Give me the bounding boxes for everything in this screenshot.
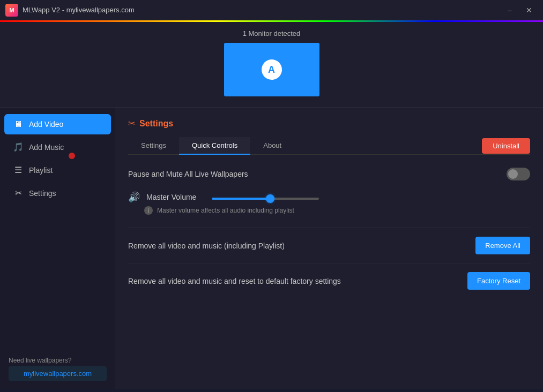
title-bar-controls: – ✕ bbox=[501, 3, 538, 18]
app-title: MLWapp V2 - mylivewallpapers.com bbox=[23, 6, 135, 14]
sidebar-item-add-music-label: Add Music bbox=[29, 143, 64, 152]
main-layout: 🖥 Add Video 🎵 Add Music ☰ Playlist ✂ Set… bbox=[0, 108, 543, 389]
volume-icon: 🔊 bbox=[128, 191, 140, 203]
tabs-row: Settings Quick Controls About Uninstall bbox=[128, 137, 530, 155]
tab-settings[interactable]: Settings bbox=[128, 137, 179, 155]
sidebar: 🖥 Add Video 🎵 Add Music ☰ Playlist ✂ Set… bbox=[0, 108, 115, 389]
title-bar: M MLWapp V2 - mylivewallpapers.com – ✕ bbox=[0, 0, 543, 20]
sidebar-item-settings-label: Settings bbox=[29, 189, 56, 198]
remove-all-row: Remove all video and music (including Pl… bbox=[128, 228, 530, 263]
title-bar-left: M MLWapp V2 - mylivewallpapers.com bbox=[5, 4, 135, 17]
monitor-label: 1 Monitor detected bbox=[243, 29, 301, 37]
sidebar-item-add-video-label: Add Video bbox=[29, 120, 63, 129]
sidebar-bottom-text: Need live wallpapers? bbox=[9, 357, 107, 364]
pause-mute-toggle[interactable] bbox=[507, 168, 530, 180]
volume-row: 🔊 Master Volume bbox=[128, 191, 530, 203]
pause-mute-label: Pause and Mute All Live Wallpapers bbox=[128, 170, 248, 178]
playlist-icon: ☰ bbox=[13, 165, 24, 175]
monitor-section: 1 Monitor detected A bbox=[0, 22, 543, 108]
content-header: ✂ Settings bbox=[128, 118, 530, 129]
volume-hint-text: Master volume affects all audio includin… bbox=[157, 207, 294, 214]
sidebar-link[interactable]: mylivewallpapers.com bbox=[9, 366, 107, 381]
factory-reset-button[interactable]: Factory Reset bbox=[467, 272, 530, 290]
tab-quick-controls[interactable]: Quick Controls bbox=[179, 137, 250, 155]
monitor-icon: 🖥 bbox=[13, 119, 24, 129]
volume-slider[interactable] bbox=[212, 198, 319, 200]
pause-mute-row: Pause and Mute All Live Wallpapers bbox=[128, 168, 530, 180]
monitor-display: A bbox=[224, 43, 319, 96]
info-icon: i bbox=[144, 206, 153, 215]
sidebar-item-playlist-label: Playlist bbox=[29, 166, 53, 175]
sidebar-item-add-video[interactable]: 🖥 Add Video bbox=[4, 114, 111, 134]
content-title: Settings bbox=[139, 119, 173, 129]
volume-label: Master Volume bbox=[146, 193, 205, 201]
close-button[interactable]: ✕ bbox=[520, 3, 538, 18]
monitor-letter: A bbox=[262, 59, 282, 80]
sidebar-item-playlist[interactable]: ☰ Playlist bbox=[4, 160, 111, 180]
sidebar-bottom: Need live wallpapers? mylivewallpapers.c… bbox=[0, 348, 115, 389]
settings-sidebar-icon: ✂ bbox=[13, 188, 24, 198]
factory-reset-row: Remove all video and music and reset to … bbox=[128, 263, 530, 298]
volume-slider-container bbox=[212, 192, 319, 202]
sidebar-item-add-music[interactable]: 🎵 Add Music bbox=[4, 137, 111, 157]
factory-reset-label: Remove all video and music and reset to … bbox=[128, 277, 341, 285]
minimize-button[interactable]: – bbox=[501, 3, 518, 18]
sidebar-item-settings[interactable]: ✂ Settings bbox=[4, 183, 111, 203]
settings-header-icon: ✂ bbox=[128, 118, 135, 129]
volume-hint-row: i Master volume affects all audio includ… bbox=[128, 206, 530, 215]
remove-all-button[interactable]: Remove All bbox=[475, 237, 530, 254]
content-area: ✂ Settings Settings Quick Controls About… bbox=[115, 108, 543, 389]
tab-about[interactable]: About bbox=[250, 137, 294, 155]
app-icon: M bbox=[5, 4, 18, 17]
music-icon: 🎵 bbox=[13, 142, 24, 152]
remove-all-label: Remove all video and music (including Pl… bbox=[128, 242, 285, 250]
uninstall-button[interactable]: Uninstall bbox=[482, 138, 530, 154]
